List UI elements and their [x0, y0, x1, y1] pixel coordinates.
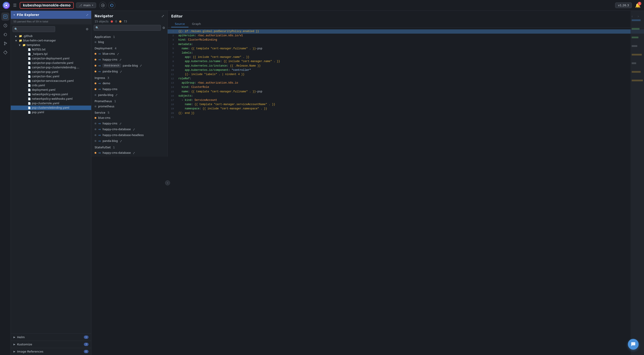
line-content: kind: ClusterRoleBinding — [176, 38, 217, 42]
file-icon: 📄 — [28, 88, 31, 92]
arrow-right-icon: ⇒ — [98, 88, 101, 91]
status-dot — [94, 82, 96, 84]
nav-item-happy-cms-db-headless-svc[interactable]: ⇒ happy-cms-database-headless — [92, 132, 168, 138]
search-icon: 🔍 — [14, 28, 18, 31]
share-icon: ⤤ — [133, 128, 135, 131]
accordion-kustomize-header[interactable]: ▶ Kustomize 3 — [11, 341, 91, 348]
navigator-search-input[interactable] — [94, 25, 161, 31]
nav-group-statefulset: StatefulSet 1 — [92, 144, 168, 150]
refresh-button[interactable] — [108, 2, 116, 9]
nav-item-demo-ingress[interactable]: ⇒ demo — [92, 80, 168, 86]
line-number: 11 — [168, 72, 176, 77]
code-line-1: 1 {{- if .Values.global.podSecurityPolic… — [168, 29, 644, 34]
tree-item-cainjector-psp-crb[interactable]: 📄 cainjector-psp-clusterrolebinding.... — [11, 65, 91, 70]
tree-item-networkpolicy-webhooks[interactable]: 📄 networkpolicy-webhooks.yaml — [11, 96, 91, 101]
objects-count: 15 objects — [94, 20, 108, 23]
sidebar-icon-refresh[interactable] — [1, 30, 10, 38]
nav-item-label: blog — [98, 40, 104, 44]
tree-item-helpers[interactable]: 📄 _helpers.tpl — [11, 52, 91, 56]
tree-item-deployment[interactable]: 📄 deployment.yaml — [11, 88, 91, 92]
arrow-right-icon: ⇒ — [98, 70, 101, 73]
nav-item-blue-cms-deploy[interactable]: ⇒ blue-cms ⤤ — [92, 51, 168, 57]
nav-item-happy-cms-db-ss[interactable]: ⇒ happy-cms-database ⤤ — [92, 150, 168, 156]
file-icon: 📄 — [28, 53, 31, 56]
code-line-11: 11 {{- include "labels" . | nindent 4 }} — [168, 72, 644, 77]
sidebar-icon-home[interactable] — [1, 12, 10, 20]
notification-button[interactable]: 🔔 1 — [634, 2, 641, 9]
sidebar-icon-clock[interactable] — [1, 22, 10, 30]
collapse-navigator-button[interactable]: ‹ — [165, 180, 170, 185]
nav-item-panda-blog-deploy-2[interactable]: ⇒ panda-blog ⤤ — [92, 68, 168, 74]
line-number: 8 — [168, 60, 176, 64]
nav-group-count: 3 — [107, 76, 109, 80]
svg-marker-8 — [4, 51, 7, 54]
branch-selector[interactable]: ⎇ main ▾ — [76, 2, 96, 8]
nav-item-prometheus[interactable]: prometheus — [92, 104, 168, 109]
code-line-9: 9 app.kubernetes.io/instance: {{ .Releas… — [168, 64, 644, 68]
expand-icon[interactable]: ⤢ — [86, 13, 88, 16]
line-content: app.kubernetes.io/instance: {{ .Release.… — [176, 64, 260, 68]
share-button[interactable] — [99, 2, 106, 9]
chevron-down-icon: ▾ — [14, 13, 15, 16]
nav-item-happy-cms-deploy[interactable]: ⇒ happy-cms ⤤ — [92, 57, 168, 62]
line-content: {{- include "labels" . | nindent 4 }} — [176, 72, 244, 77]
nav-item-blue-cms-svc[interactable]: blue-cms — [92, 115, 168, 120]
tree-item-blue-helm[interactable]: ▼ 📁 blue-helm-cert-manager — [11, 38, 91, 43]
nav-item-panda-blog-deploy-1[interactable]: ⇒ third-branch panda-blog ⤤ — [92, 62, 168, 68]
branch-icon: ⎇ — [79, 4, 82, 7]
accordion-image-refs-header[interactable]: ▶ Image References 6 — [11, 348, 91, 355]
code-line-2: 2 apiVersion: rbac.authorization.k8s.io/… — [168, 34, 644, 38]
tree-item-cainjector-psp[interactable]: 📄 cainjector-psp.yaml — [11, 70, 91, 74]
tree-item-psp-clusterrole[interactable]: 📄 psp-clusterrole.yaml — [11, 101, 91, 106]
nav-item-blog[interactable]: blog — [92, 40, 168, 45]
chat-button[interactable] — [628, 339, 638, 350]
tree-item-cainjector-rbac[interactable]: 📄 cainjector-rbac.yaml — [11, 74, 91, 79]
code-editor[interactable]: 1 {{- if .Values.global.podSecurityPolic… — [168, 28, 644, 355]
tree-item-networkpolicy-egress[interactable]: 📄 networkpolicy-egress.yaml — [11, 92, 91, 96]
tree-item-notes[interactable]: 📄 NOTES.txt — [11, 47, 91, 52]
tree-item-label: cainjector-deployment.yaml — [32, 57, 70, 60]
line-content: apiGroup: rbac.authorization.k8s.io — [176, 81, 238, 85]
code-line-21: 21 — [168, 116, 644, 120]
tree-item-crds[interactable]: 📄 crds.yaml — [11, 83, 91, 88]
nav-group-service: Service 5 — [92, 109, 168, 115]
arrow-right-icon: ⇒ — [98, 151, 101, 155]
tree-item-github[interactable]: ▶ 📁 .github — [11, 34, 91, 38]
line-number: 15 — [168, 90, 176, 94]
status-dot — [94, 53, 96, 55]
tab-source[interactable]: Source — [171, 21, 188, 27]
tree-item-psp[interactable]: 📄 psp.yaml — [11, 110, 91, 114]
sidebar-icon-tag[interactable] — [1, 48, 10, 56]
file-explorer-title: ▾ File Explorer — [14, 13, 39, 16]
search-input[interactable] — [12, 26, 55, 32]
nav-item-panda-blog-svc[interactable]: ⇒ panda-blog ⤤ — [92, 138, 168, 144]
nav-item-happy-cms-svc[interactable]: ⇒ happy-cms ⤤ — [92, 120, 168, 126]
tree-item-templates[interactable]: ▼ 📁 templates — [11, 43, 91, 47]
tree-item-cainjector-sa[interactable]: 📄 cainjector-serviceaccount.yaml — [11, 79, 91, 83]
filter-icon[interactable]: ⚙ — [85, 26, 90, 32]
expand-icon[interactable]: ⤢ — [161, 14, 164, 18]
tree-item-cainjector-dep[interactable]: 📄 cainjector-deployment.yaml — [11, 56, 91, 61]
sidebar-icon-branch[interactable] — [1, 40, 10, 48]
arrow-right-icon: ⇒ — [98, 133, 101, 137]
tree-item-label: cainjector-serviceaccount.yaml — [32, 79, 74, 82]
file-explorer-info: 55 parsed files of 59 in total — [11, 19, 91, 24]
tree-item-label: cainjector-rbac.yaml — [32, 75, 60, 78]
tab-graph[interactable]: Graph — [188, 21, 204, 27]
repo-selector[interactable]: kubeshop/monokle-demo — [20, 2, 74, 9]
accordion-helm-header[interactable]: ▶ Helm 1 — [11, 334, 91, 341]
nav-item-label: panda-blog — [103, 140, 118, 142]
nav-item-panda-blog-ingress[interactable]: panda-blog ⤤ — [92, 92, 168, 98]
tree-item-cainjector-psp-cr[interactable]: 📄 cainjector-psp-clusterrole.yaml — [11, 61, 91, 65]
arrow-right-icon: ⇒ — [98, 128, 101, 131]
share-icon: ⤤ — [133, 151, 135, 155]
menu-icon[interactable]: ☰ — [12, 2, 18, 8]
accordion-helm: ▶ Helm 1 — [11, 334, 91, 341]
accordion-helm-label: Helm — [17, 336, 25, 339]
code-line-20: 20 {{- end }} — [168, 111, 644, 116]
tree-item-psp-crb[interactable]: 📄 psp-clusterrolebinding.yaml — [11, 106, 91, 110]
nav-item-happy-cms-ingress[interactable]: ⇒ happy-cms — [92, 86, 168, 92]
filter-icon[interactable]: ⚙ — [162, 26, 165, 30]
nav-item-happy-cms-db-svc[interactable]: ⇒ happy-cms-database ⤤ — [92, 126, 168, 132]
nav-item-label: happy-cms — [103, 88, 118, 91]
